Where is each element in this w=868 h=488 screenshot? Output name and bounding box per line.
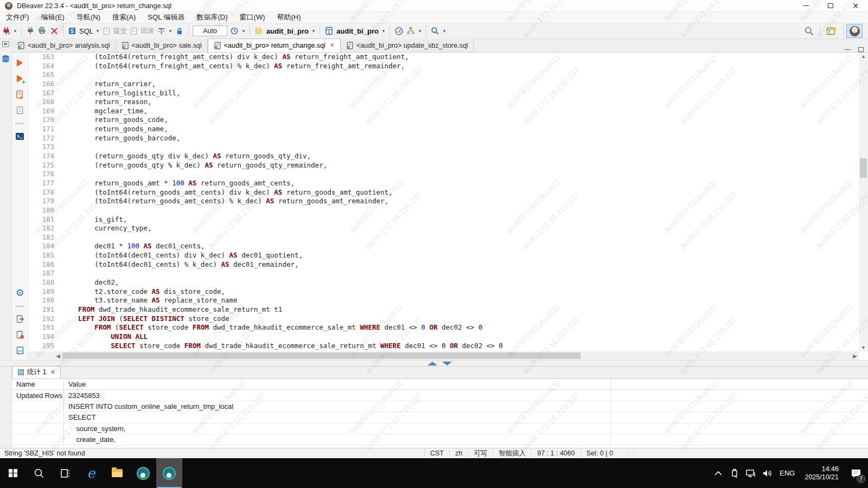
search-button[interactable] — [429, 24, 441, 37]
settings-button[interactable]: ⚙ — [14, 287, 26, 299]
scroll-up-icon[interactable]: ▲ — [859, 53, 868, 60]
maximize-button[interactable] — [818, 0, 843, 12]
menu-item-2[interactable]: 导航(N) — [71, 12, 106, 23]
volume-tray-button[interactable] — [759, 458, 775, 488]
close-tab-icon[interactable]: ✕ — [330, 42, 335, 49]
search-dropdown[interactable]: ▾ — [441, 28, 448, 34]
close-tab-icon[interactable]: ✕ — [50, 369, 55, 376]
user-profile-button[interactable] — [846, 24, 863, 38]
notification-center-button[interactable]: 7 — [844, 458, 868, 488]
plan-dropdown[interactable]: ▾ — [417, 28, 423, 34]
menu-item-0[interactable]: 文件(F) — [0, 12, 35, 23]
scroll-left-icon[interactable]: ◀ — [54, 353, 62, 359]
splitter-up-icon[interactable] — [427, 362, 437, 365]
taskbar-clock[interactable]: 14:46 2025/10/21 — [799, 465, 844, 481]
status-cell-4[interactable]: 97 : 1 : 4060 — [531, 450, 580, 458]
editor-tab-2[interactable]: <audit_bi_pro> return_change.sql✕ — [208, 38, 341, 52]
sql-editor[interactable]: 163 (toInt64(return_freight_amt_cents) d… — [28, 53, 859, 351]
status-cell-0[interactable]: CST — [424, 450, 449, 458]
minimize-editor-icon[interactable] — [845, 49, 851, 50]
code-line-182[interactable]: 182 currency_type, — [28, 224, 859, 233]
code-line-164[interactable]: 164 (toInt64(return_freight_amt_cents) %… — [28, 62, 859, 71]
code-line-168[interactable]: 168 return_reason, — [28, 98, 859, 107]
editor-vertical-scrollbar[interactable]: ▲ ▼ — [859, 53, 868, 351]
execute-new-tab-button[interactable]: + — [14, 73, 26, 85]
code-line-181[interactable]: 181 is_gift, — [28, 215, 859, 224]
open-perspective-button[interactable] — [823, 24, 840, 37]
status-cell-1[interactable]: zh — [449, 450, 468, 458]
editor-horizontal-scrollbar[interactable]: ◀ ▶ — [28, 351, 859, 360]
validate-script-button[interactable]: ! — [14, 329, 26, 341]
connect-button[interactable] — [24, 24, 36, 37]
code-line-166[interactable]: 166 return_carrier, — [28, 80, 859, 89]
taskbar-search-button[interactable] — [26, 458, 52, 488]
code-line-178[interactable]: 178 (toInt64(return_goods_amt_cents) div… — [28, 188, 859, 197]
code-line-173[interactable]: 173 — [28, 143, 859, 152]
dbeaver-taskbar-button-active[interactable] — [156, 458, 182, 488]
close-button[interactable]: ✕ — [843, 0, 868, 12]
open-terminal-button[interactable] — [14, 130, 26, 142]
code-line-187[interactable]: 187 — [28, 269, 859, 278]
schema-selector[interactable]: audit_bi_pro — [336, 27, 379, 35]
status-cell-3[interactable]: 智能插入 — [493, 450, 531, 458]
statistics-tab[interactable]: 统计 1 ✕ — [12, 366, 61, 378]
export-result-button[interactable] — [14, 313, 26, 325]
status-cell-2[interactable]: 可写 — [468, 450, 493, 458]
code-line-189[interactable]: 189 t2.store_code AS dis_store_code, — [28, 287, 859, 297]
results-row-4[interactable]: create_date, — [12, 434, 868, 445]
col-header-name[interactable]: Name — [12, 379, 64, 389]
start-button[interactable] — [0, 458, 26, 488]
code-line-184[interactable]: 184 dec01 * 100 AS dec01_cents, — [28, 242, 859, 251]
tray-chevron-button[interactable] — [710, 458, 726, 488]
menu-item-5[interactable]: 数据库(D) — [191, 12, 234, 23]
horizontal-scroll-thumb[interactable] — [62, 352, 580, 359]
maximize-editor-icon[interactable] — [858, 47, 864, 52]
code-line-183[interactable]: 183 — [28, 233, 859, 242]
code-line-195[interactable]: 195 SELECT store_code FROM dwd_trade_hka… — [28, 342, 859, 351]
quick-search-button[interactable] — [801, 24, 817, 37]
code-line-186[interactable]: 186 (toInt64(dec01_cents) % k_dec) AS de… — [28, 260, 859, 269]
code-line-174[interactable]: 174 (return_goods_qty div k_dec) AS retu… — [28, 152, 859, 161]
code-line-170[interactable]: 170 return_goods_code, — [28, 115, 859, 125]
menu-item-7[interactable]: 帮助(H) — [271, 12, 307, 23]
dbeaver-taskbar-button[interactable] — [130, 458, 156, 488]
execute-statement-button[interactable] — [14, 57, 26, 69]
code-line-188[interactable]: 188 dec02, — [28, 278, 859, 287]
execute-script-button[interactable] — [14, 88, 26, 100]
network-tray-button[interactable] — [743, 458, 759, 488]
code-line-192[interactable]: 192 LEFT JOIN (SELECT DISTINCT store_cod… — [28, 314, 859, 324]
scroll-right-icon[interactable]: ▶ — [851, 353, 859, 359]
transaction-log-button[interactable] — [155, 24, 167, 37]
code-line-191[interactable]: 191 FROM dwd_trade_hkaudit_ecommerce_sal… — [28, 305, 859, 314]
file-explorer-button[interactable] — [104, 458, 130, 488]
script-templates-button[interactable]: (ω) — [14, 344, 26, 356]
menu-item-4[interactable]: SQL 编辑器 — [142, 12, 190, 23]
col-header-value[interactable]: Value — [64, 379, 611, 389]
code-line-193[interactable]: 193 FROM (SELECT store_code FROM dwd_tra… — [28, 323, 859, 332]
history-button[interactable] — [228, 24, 240, 37]
new-connection-button[interactable]: + — [0, 24, 12, 37]
usb-tray-button[interactable] — [726, 458, 743, 488]
commit-button[interactable]: 提交 — [113, 27, 127, 36]
explain-plan-button[interactable] — [14, 104, 26, 116]
status-cell-5[interactable]: Sel: 0 | 0 — [580, 450, 618, 458]
minimize-button[interactable] — [793, 0, 818, 12]
code-line-180[interactable]: 180 — [28, 206, 859, 215]
code-line-194[interactable]: 194 UNION ALL — [28, 332, 859, 342]
code-line-169[interactable]: 169 mgclear_time, — [28, 107, 859, 116]
code-line-176[interactable]: 176 — [28, 170, 859, 179]
gauge-button[interactable] — [393, 24, 405, 37]
database-navigator-icon[interactable] — [2, 55, 10, 66]
editor-tab-3[interactable]: <audit_bi_pro> update_sbz_store.sql — [341, 38, 474, 52]
menu-item-1[interactable]: 编辑(E) — [35, 12, 71, 23]
code-line-167[interactable]: 167 return_logistic_bill, — [28, 89, 859, 98]
restore-panel-icon[interactable] — [2, 41, 9, 47]
disconnect-button[interactable] — [48, 24, 60, 37]
scroll-down-icon[interactable]: ▼ — [859, 344, 868, 351]
code-line-163[interactable]: 163 (toInt64(return_freight_amt_cents) d… — [28, 53, 859, 62]
reconnect-button[interactable] — [36, 24, 48, 37]
results-row-0[interactable]: Updated Rows23245853 — [12, 390, 868, 401]
lock-button[interactable] — [174, 24, 186, 37]
sql-mode-dropdown[interactable]: ▾ — [94, 28, 101, 34]
menu-item-3[interactable]: 搜索(A) — [106, 12, 142, 23]
